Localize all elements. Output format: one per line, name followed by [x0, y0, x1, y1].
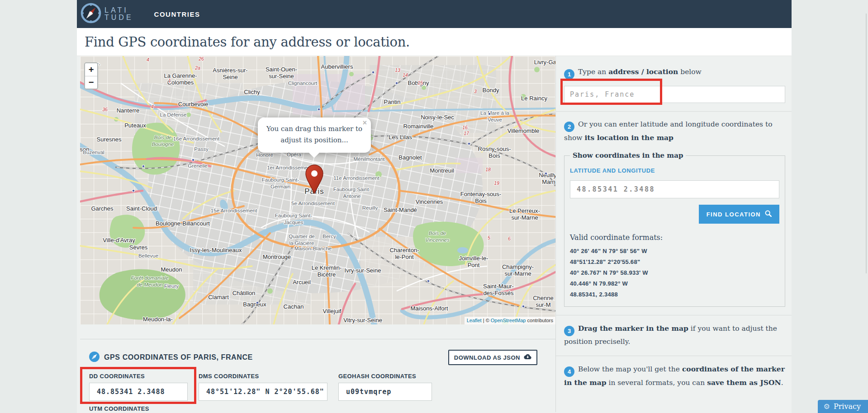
step-number: 2	[564, 122, 574, 132]
lat-lng-input[interactable]	[570, 180, 779, 198]
coordinate-format-item: 40.446° N 79.982° W	[570, 278, 779, 289]
attribution-separator: | ©	[482, 318, 491, 323]
leaflet-link[interactable]: Leaflet	[467, 318, 482, 323]
step-text: Type an address / location below	[578, 68, 702, 76]
road-ref-label: 3	[474, 89, 477, 94]
map-label: Honoré	[256, 152, 273, 158]
show-coordinates-fieldset: Show coordinates in the map LATITUDE AND…	[564, 150, 785, 307]
address-input[interactable]	[564, 86, 785, 103]
road-ref-label: 6	[508, 236, 511, 241]
station-marker	[318, 108, 320, 111]
map-label: Ville-d'Avray	[103, 237, 135, 244]
nav-item-countries[interactable]: COUNTRIES	[154, 10, 200, 18]
field-label: DMS COORDINATES	[199, 373, 327, 380]
map-label: Reuilly	[362, 205, 378, 211]
map-label: Boulogne-Billancourt	[156, 220, 210, 227]
map-label: Ménilmontant	[353, 156, 385, 162]
marker-popup: × You can drag this marker to adjust its…	[258, 117, 371, 153]
coordinate-format-item: 48.85341, 2.3488	[570, 289, 779, 300]
map-label: Suresnes	[97, 136, 122, 143]
privacy-button-label: Privacy	[834, 402, 861, 411]
step-1: 1Type an address / location below	[564, 66, 785, 80]
sidebar-divider	[556, 356, 792, 356]
map-label: Aubervilliers	[321, 63, 353, 70]
map-label: Clignancourt	[288, 80, 318, 86]
coordinate-field: DMS COORDINATES	[199, 373, 327, 401]
station-marker	[133, 190, 135, 192]
step-number: 4	[564, 366, 574, 377]
popup-text-line2: adjust its position...	[264, 135, 365, 146]
hero-band: Find GPS coordinates for any address or …	[77, 28, 792, 56]
scrollbar[interactable]	[866, 14, 867, 273]
map-label: Maisons-Alfort	[410, 305, 448, 312]
map-label: Arcueil	[293, 279, 311, 286]
map-marker-pin[interactable]	[305, 164, 323, 196]
page-container: LATI TUDE COUNTRIES Find GPS coordinates…	[77, 0, 792, 413]
map-label: Vitry-sur-Seine	[343, 317, 382, 324]
map-label: 16e Arrondissement	[173, 136, 220, 141]
zoom-out-button[interactable]: −	[85, 76, 97, 89]
map-label: Fleury	[164, 283, 179, 289]
road-ref-label: 18	[485, 167, 491, 172]
logo-text: LATI TUDE	[104, 7, 133, 21]
road-ref-label: 17	[464, 131, 470, 136]
zoom-in-button[interactable]: +	[85, 63, 97, 76]
map-label: Sèvres	[129, 244, 148, 251]
station-marker	[396, 82, 398, 84]
map-label: Chennesur-M	[533, 295, 554, 308]
map-label: Bagneux	[243, 301, 266, 308]
field-input[interactable]	[338, 383, 432, 401]
road-ref-label: 1	[168, 78, 171, 83]
road-ref-label: 16	[462, 125, 468, 130]
download-json-button[interactable]: DOWNLOAD AS JSON	[448, 350, 537, 365]
download-button-label: DOWNLOAD AS JSON	[454, 354, 520, 361]
map-label: Les Lilas	[389, 134, 412, 141]
map-label: Saint-Maur-des-Fossés	[483, 283, 514, 296]
station-marker	[256, 302, 259, 304]
utm-coordinates-label: UTM COORDINATES	[89, 405, 537, 412]
field-input[interactable]	[199, 383, 327, 401]
site-logo[interactable]: LATI TUDE	[81, 3, 133, 25]
station-marker	[489, 113, 491, 115]
map-label: Romainville	[403, 123, 433, 130]
road-ref-label: 4	[147, 57, 149, 62]
field-input[interactable]	[89, 383, 188, 401]
coordinate-format-item: 40° 26' 46" N 79° 58' 56" W	[570, 246, 779, 257]
openstreetmap-link[interactable]: OpenStreetMap	[491, 318, 526, 323]
map-label: Bercy	[323, 234, 336, 239]
search-icon	[765, 210, 772, 218]
map-label: Meudon	[161, 266, 182, 273]
map-label: Maison-Blanche	[294, 246, 332, 251]
map-label: Clichy	[244, 89, 260, 95]
step-text: Below the map you'll get the coordinates…	[564, 365, 785, 387]
map-label: Champigny-sur-Marne	[502, 263, 534, 277]
station-marker	[142, 165, 145, 168]
map-label: Meudon-la-	[143, 316, 173, 323]
station-marker	[522, 305, 525, 308]
map-canvas[interactable]: -sur-Asnières-sur-SeineSaint-Ouen-sur-Se…	[80, 56, 555, 324]
map-label: Grenelle	[188, 163, 207, 169]
map-label: Vincennes	[416, 198, 443, 205]
map-label: Garches	[91, 205, 114, 212]
road-ref-label: 4	[151, 104, 154, 109]
map-label: Noisy-le-Sec	[421, 114, 454, 121]
fieldset-legend: Show coordinates in the map	[570, 150, 686, 161]
road-ref-label: 14	[403, 72, 408, 78]
map-label: Ivry-sur-Seine	[345, 267, 381, 274]
map-label: Bondy	[483, 87, 499, 94]
step-number: 3	[564, 326, 574, 336]
map-attribution: Leaflet | © OpenStreetMap contributors	[465, 317, 555, 324]
find-location-button[interactable]: FIND LOCATION	[699, 205, 779, 224]
privacy-button[interactable]: ⚙ Privacy	[818, 400, 868, 413]
map-label: Châtillon	[232, 290, 256, 296]
step-text: Or you can enter latitude and longitude …	[564, 120, 773, 142]
station-marker	[468, 143, 470, 145]
map-label: Bagnolet	[398, 154, 422, 161]
map-label: Montrouge	[263, 253, 291, 260]
road-ref-label: 15	[417, 80, 423, 85]
map-label: 15e Arrondissement	[211, 208, 257, 213]
map-label: La Défense	[160, 112, 187, 117]
popup-close-icon[interactable]: ×	[363, 119, 367, 127]
station-marker	[427, 280, 430, 282]
map-label: Saint-Ouen-sur-Seine	[266, 66, 297, 80]
